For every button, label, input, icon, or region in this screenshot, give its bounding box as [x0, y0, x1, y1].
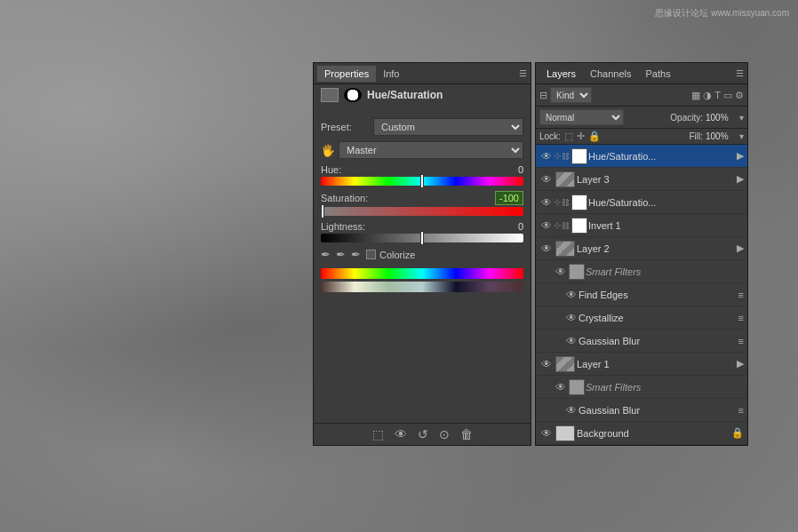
smart-filters-label: Smart Filters — [586, 266, 744, 277]
layers-menu-btn[interactable]: ☰ — [736, 68, 744, 78]
opacity-arrow[interactable]: ▾ — [739, 113, 744, 123]
layer-item[interactable]: 👁 ⊹ ⛓ Hue/Saturatio... — [536, 191, 747, 214]
opacity-label: Opacity: — [670, 113, 703, 123]
watermark: 思缘设计论坛 www.missyuan.com — [655, 7, 789, 20]
footer-trash-btn[interactable]: 🗑 — [460, 427, 473, 441]
layer-item-smart-filters[interactable]: 👁 Smart Filters — [536, 260, 747, 283]
tab-properties[interactable]: Properties — [317, 66, 376, 82]
saturation-thumb[interactable] — [321, 204, 324, 218]
layer-scroll-icon: ▶ — [737, 242, 744, 254]
layer-right-icons: ▶ — [737, 173, 744, 185]
smart-filter-mask — [569, 264, 585, 280]
layer-eye-btn[interactable]: 👁 — [539, 358, 554, 370]
layer-item-smart-filters-2[interactable]: 👁 Smart Filters — [536, 376, 747, 399]
layer-eye-btn[interactable]: 👁 — [554, 381, 568, 393]
layer-item[interactable]: 👁 ⊹ ⛓ Invert 1 — [536, 214, 747, 237]
saturation-gradient — [321, 207, 523, 216]
layer-item[interactable]: 👁 Layer 1 ▶ — [536, 353, 747, 376]
smart-filters-label-2: Smart Filters — [586, 382, 744, 393]
saturation-label: Saturation: — [321, 193, 368, 203]
layer-eye-btn[interactable]: 👁 — [564, 289, 579, 301]
sample-add-btn[interactable]: ✒ — [321, 248, 331, 261]
kind-select[interactable]: Kind — [550, 87, 592, 103]
search-shape-btn[interactable]: ▭ — [723, 90, 732, 101]
layer-eye-btn[interactable]: 👁 — [564, 335, 579, 347]
blend-mode-select[interactable]: Normal Multiply Screen — [539, 109, 624, 125]
colorize-row: Colorize — [366, 250, 415, 260]
preset-select[interactable]: Custom Default — [373, 118, 523, 136]
properties-footer: ⬚ 👁 ↺ ⊙ 🗑 — [314, 423, 531, 445]
properties-tab-bar: Properties Info ☰ — [314, 63, 531, 84]
properties-header: Hue/Saturation — [314, 84, 531, 106]
colorize-checkbox[interactable] — [366, 250, 376, 259]
layer-eye-btn[interactable]: 👁 — [539, 242, 554, 255]
filter-icon: ⊟ — [539, 90, 547, 101]
saturation-value: -100 — [495, 191, 523, 205]
layer-scroll-icon: ▶ — [737, 358, 744, 369]
sample-direct-btn[interactable]: ✒ — [351, 248, 361, 261]
adjustment-icon — [344, 88, 362, 102]
footer-clip-btn[interactable]: ⬚ — [372, 427, 384, 441]
fill-label: Fill: — [689, 131, 703, 141]
search-text-btn[interactable]: T — [714, 90, 721, 100]
layer-eye-btn[interactable]: 👁 — [539, 150, 554, 163]
lock-all-icon[interactable]: 🔒 — [588, 131, 601, 142]
layer-right-icons: 🔒 — [731, 427, 744, 439]
hue-slider-track[interactable] — [321, 177, 523, 186]
fill-value: 100% — [706, 131, 737, 141]
lightness-thumb[interactable] — [420, 231, 424, 245]
layer-item[interactable]: 👁 Layer 3 ▶ — [536, 168, 747, 191]
layer-scroll-icon: ▶ — [737, 173, 744, 185]
layer-eye-btn[interactable]: 👁 — [554, 266, 568, 278]
properties-menu-btn[interactable]: ☰ — [519, 68, 527, 78]
layer-thumb — [555, 171, 575, 187]
channel-select[interactable]: Master Reds Greens — [339, 141, 523, 159]
search-adj-btn[interactable]: ◑ — [703, 90, 712, 101]
opacity-row: Opacity: 100% ▾ — [670, 113, 744, 123]
layer-eye-btn[interactable]: 👁 — [539, 196, 554, 209]
sample-minus-btn[interactable]: ✒ — [336, 248, 346, 261]
kind-search-bar: ⊟ Kind ▦ ◑ T ▭ ⚙ — [536, 84, 747, 107]
footer-reset-btn[interactable]: ↺ — [418, 427, 428, 441]
search-smart-btn[interactable]: ⚙ — [735, 90, 744, 101]
fill-arrow[interactable]: ▾ — [739, 131, 744, 141]
layer-right-icons: ≡ — [738, 313, 744, 323]
layer-item-find-edges[interactable]: 👁 Find Edges ≡ — [536, 283, 747, 306]
smart-filter-mask — [569, 379, 585, 395]
saturation-slider-track[interactable] — [321, 207, 523, 216]
layer-right-icons: ▶ — [737, 150, 744, 162]
layer-name: Layer 3 — [577, 174, 737, 185]
filter-icon: ≡ — [738, 313, 744, 323]
layer-item-background[interactable]: 👁 Background 🔒 — [536, 422, 747, 445]
layer-thumb — [555, 425, 575, 441]
lightness-slider-track[interactable] — [321, 234, 523, 242]
search-pixel-btn[interactable]: ▦ — [691, 90, 700, 101]
layer-item-gaussian-blur-1[interactable]: 👁 Gaussian Blur ≡ — [536, 330, 747, 353]
layer-eye-btn[interactable]: 👁 — [539, 427, 554, 440]
blend-row: Normal Multiply Screen Opacity: 100% ▾ — [536, 107, 747, 129]
tab-paths[interactable]: Paths — [639, 66, 678, 82]
lock-position-icon[interactable]: ✛ — [577, 131, 585, 142]
layer-eye-btn[interactable]: 👁 — [539, 173, 554, 186]
layer-name: Gaussian Blur — [579, 336, 738, 346]
opacity-value: 100% — [706, 113, 737, 123]
properties-panel: Properties Info ☰ Hue/Saturation Preset:… — [313, 62, 531, 446]
layer-eye-btn[interactable]: 👁 — [564, 404, 579, 417]
layer-right-icons: ≡ — [738, 405, 744, 416]
spectrum-bar-bottom — [321, 282, 523, 292]
hue-thumb[interactable] — [420, 174, 424, 188]
layer-eye-btn[interactable]: 👁 — [539, 219, 554, 232]
layer-item[interactable]: 👁 ⊹ ⛓ Hue/Saturatio... ▶ — [536, 145, 747, 168]
footer-eye-btn[interactable]: 👁 — [395, 427, 407, 441]
tab-info[interactable]: Info — [376, 66, 406, 82]
tab-layers[interactable]: Layers — [539, 66, 583, 82]
layer-right-icons: ≡ — [738, 290, 744, 300]
layer-eye-btn[interactable]: 👁 — [564, 312, 579, 324]
layer-item-gaussian-blur-2[interactable]: 👁 Gaussian Blur ≡ — [536, 399, 747, 422]
layer-item-crystallize[interactable]: 👁 Crystallize ≡ — [536, 306, 747, 330]
layer-thumb — [555, 356, 575, 372]
footer-delete-btn[interactable]: ⊙ — [439, 427, 450, 441]
lock-pixels-icon[interactable]: ⬚ — [564, 131, 573, 142]
layer-item[interactable]: 👁 Layer 2 ▶ — [536, 237, 747, 260]
tab-channels[interactable]: Channels — [583, 66, 638, 82]
